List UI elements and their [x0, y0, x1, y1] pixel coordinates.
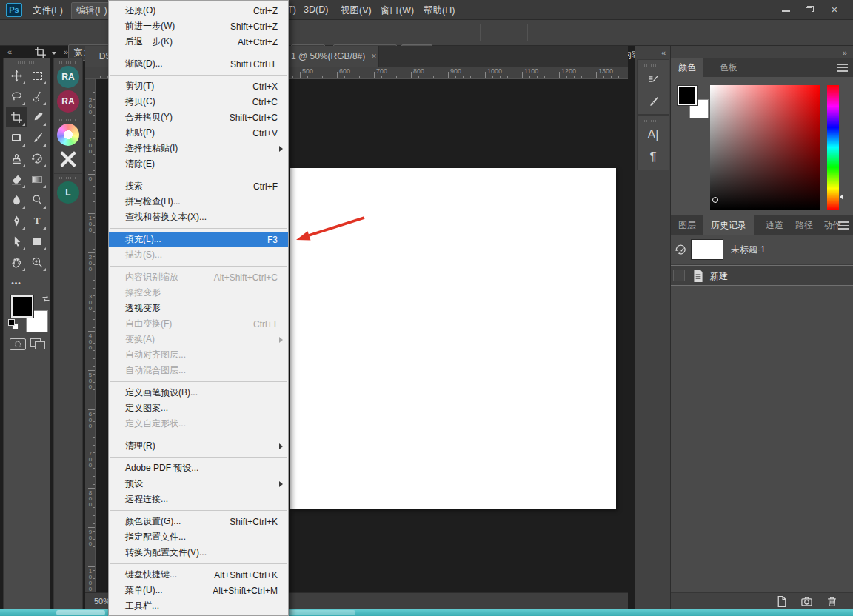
brushes-panel-icon[interactable] — [638, 90, 669, 113]
tool-brush[interactable] — [27, 127, 47, 148]
menu-item[interactable]: 粘贴(P)Ctrl+V — [109, 125, 288, 141]
menu-item[interactable]: 键盘快捷键...Alt+Shift+Ctrl+K — [109, 567, 288, 583]
default-colors-icon[interactable] — [8, 319, 15, 326]
menu-item[interactable]: 描边(S)... — [109, 247, 288, 263]
tool-stamp[interactable] — [6, 148, 27, 169]
taskbar-button[interactable] — [56, 610, 105, 615]
document-canvas[interactable] — [290, 168, 616, 509]
swap-colors-icon[interactable] — [41, 292, 51, 306]
menu-item[interactable]: 拼写检查(H)... — [109, 194, 288, 210]
tool-patch[interactable] — [6, 127, 27, 148]
menu-item[interactable]: 拷贝(C)Ctrl+C — [109, 94, 288, 110]
collapse-tools-icon[interactable]: « — [7, 47, 12, 56]
panel-menu-icon[interactable] — [837, 64, 848, 72]
dock-badge-ra[interactable]: RA — [57, 66, 79, 88]
menu-item[interactable]: 定义自定形状... — [109, 416, 288, 432]
menu-item[interactable]: 颜色设置(G)...Shift+Ctrl+K — [109, 514, 288, 529]
close-button[interactable]: × — [823, 0, 846, 20]
menu-item[interactable]: 预设 — [109, 476, 288, 492]
paragraph-panel-icon[interactable]: ¶ — [638, 146, 669, 168]
tab-layers[interactable]: 图层 — [671, 215, 703, 235]
history-brush-source-icon[interactable] — [675, 244, 687, 259]
menu-item[interactable]: 还原(O)Ctrl+Z — [109, 3, 288, 19]
collapse-dock-icon[interactable]: « — [661, 48, 666, 57]
tool-gradient[interactable] — [27, 169, 47, 190]
menu-item[interactable]: 查找和替换文本(X)... — [109, 210, 288, 225]
panel-menu-icon[interactable] — [838, 221, 849, 230]
color-saturation-field[interactable] — [710, 85, 820, 210]
minimize-button[interactable] — [775, 0, 797, 20]
delete-state-icon[interactable] — [826, 595, 838, 611]
tool-blur[interactable] — [6, 190, 27, 210]
tab-history[interactable]: 历史记录 — [703, 215, 754, 235]
screen-mode-button[interactable] — [30, 338, 47, 350]
quick-mask-button[interactable] — [10, 338, 26, 350]
panel-grip[interactable] — [59, 177, 77, 179]
menu-item[interactable]: 渐隐(D)...Shift+Ctrl+F — [109, 56, 288, 72]
expand-dock-icon[interactable]: » — [64, 47, 68, 56]
tool-zoom[interactable] — [27, 252, 47, 272]
menu-item[interactable]: 菜单(U)...Alt+Shift+Ctrl+M — [109, 583, 288, 598]
crossed-brushes-icon[interactable] — [57, 148, 79, 170]
panel-grip[interactable] — [59, 119, 77, 121]
menu-item[interactable]: 指定配置文件... — [109, 529, 288, 545]
tool-quick-select[interactable] — [27, 86, 47, 107]
tab-color[interactable]: 颜色 — [671, 58, 703, 77]
color-fg-swatch[interactable] — [678, 86, 697, 105]
menu-item[interactable]: 操控变形 — [109, 285, 288, 301]
menu-item[interactable]: 自动混合图层... — [109, 363, 288, 378]
history-snapshot-row[interactable]: 未标题-1 — [671, 238, 853, 261]
character-panel-icon[interactable]: A| — [638, 124, 669, 146]
dock-badge-l[interactable]: L — [57, 181, 79, 204]
menu-item[interactable]: 填充(L)...F3 — [109, 232, 288, 247]
menubar-help[interactable]: 帮助(H) — [424, 4, 455, 17]
tool-move[interactable] — [6, 65, 27, 86]
menubar-3d[interactable]: 3D(D) — [304, 4, 328, 15]
menu-item[interactable]: 自由变换(F)Ctrl+T — [109, 316, 288, 332]
dock-badge-ra[interactable]: RA — [57, 90, 79, 113]
chevron-down-icon[interactable] — [52, 52, 56, 55]
taskbar-button[interactable] — [287, 610, 355, 615]
menu-item[interactable]: 工具栏... — [109, 598, 288, 614]
restore-button[interactable] — [798, 0, 820, 20]
menu-item[interactable]: 剪切(T)Ctrl+X — [109, 78, 288, 94]
document-tab-active[interactable]: 1 @ 50%(RGB/8#) × — [289, 46, 379, 67]
menu-item[interactable]: 定义图案... — [109, 401, 288, 416]
menu-item[interactable]: 转换为配置文件(V)... — [109, 545, 288, 560]
tool-path-select[interactable] — [6, 231, 27, 252]
tool-history-brush[interactable] — [27, 148, 47, 169]
menu-item[interactable]: 定义画笔预设(B)... — [109, 385, 288, 401]
tool-rect-shape[interactable] — [27, 231, 47, 252]
brush-settings-panel-icon[interactable] — [638, 68, 669, 90]
tool-dodge[interactable] — [27, 190, 47, 210]
menu-item[interactable]: 自动对齐图层... — [109, 347, 288, 363]
menu-item[interactable]: 后退一步(K)Alt+Ctrl+Z — [109, 34, 288, 50]
ruler-corner[interactable] — [85, 67, 96, 79]
color-wheel-icon[interactable] — [57, 124, 79, 146]
menu-item[interactable]: 透视变形 — [109, 301, 288, 316]
color-picker-cursor[interactable] — [712, 197, 718, 203]
menu-item[interactable]: 搜索Ctrl+F — [109, 178, 288, 194]
tool-ellipsis[interactable]: ••• — [6, 272, 27, 293]
menu-item[interactable]: 前进一步(W)Shift+Ctrl+Z — [109, 19, 288, 34]
hue-slider-marker[interactable] — [840, 194, 843, 200]
foreground-color-swatch[interactable] — [11, 295, 33, 318]
new-document-from-state-icon[interactable] — [775, 595, 788, 611]
collapse-panels-icon[interactable]: » — [843, 48, 847, 57]
menu-item[interactable]: 远程连接... — [109, 492, 288, 507]
panel-grip[interactable] — [59, 61, 77, 64]
panel-grip[interactable] — [18, 61, 36, 64]
tool-lasso[interactable] — [6, 86, 27, 107]
menu-item[interactable]: 变换(A) — [109, 332, 288, 347]
tab-channels[interactable]: 通道 — [758, 215, 791, 235]
tool-type[interactable]: T — [27, 210, 47, 231]
hue-slider[interactable] — [827, 85, 839, 210]
menu-item[interactable]: 内容识别缩放Alt+Shift+Ctrl+C — [109, 270, 288, 285]
tool-marquee[interactable] — [27, 65, 47, 86]
ruler-vertical[interactable]: 2001000100200300400500600700800900100011… — [85, 79, 96, 592]
tool-eyedropper[interactable] — [27, 107, 47, 127]
close-tab-icon[interactable]: × — [372, 51, 377, 61]
tool-crop[interactable] — [6, 107, 27, 127]
menubar-edit[interactable]: 编辑(E) — [71, 2, 113, 19]
menu-item[interactable]: Adobe PDF 预设... — [109, 461, 288, 476]
